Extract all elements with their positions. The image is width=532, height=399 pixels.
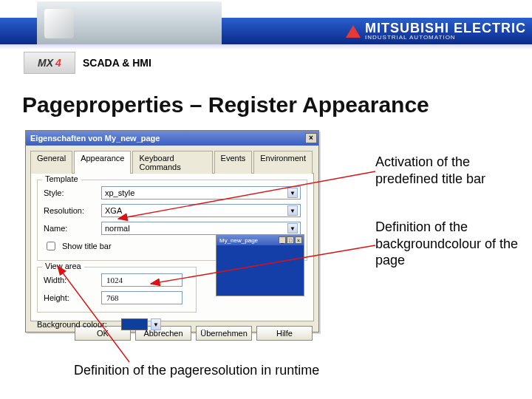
dialog-title: Eigenschaften von My_new_page: [30, 134, 160, 143]
header-photo: [37, 1, 222, 46]
preview-titlebar: My_new_page _□×: [216, 235, 304, 245]
brand-name: MITSUBISHI ELECTRIC: [365, 21, 526, 35]
page-preview: My_new_page _□×: [216, 234, 304, 296]
mitsubishi-triangle-icon: [346, 25, 361, 38]
view-area-group: View area Width: Height:: [37, 267, 197, 313]
style-value: xp_style: [105, 188, 134, 197]
mx4-logo-4: 4: [55, 57, 61, 69]
dialog-close-button[interactable]: ×: [305, 133, 317, 143]
show-title-bar-label: Show title bar: [62, 242, 112, 250]
resolution-value: XGA: [105, 206, 122, 215]
chevron-down-icon: ▼: [287, 205, 298, 216]
dialog-titlebar[interactable]: Eigenschaften von My_new_page ×: [26, 131, 318, 146]
background-colour-row: Background colour: ▼: [37, 318, 307, 330]
height-input[interactable]: [105, 293, 180, 303]
subheader-title: SCADA & HMI: [83, 57, 151, 69]
height-label: Height:: [44, 293, 101, 302]
properties-dialog: Eigenschaften von My_new_page × General …: [25, 130, 319, 332]
subheader: MX4 SCADA & HMI: [24, 52, 151, 74]
show-title-bar-input[interactable]: [47, 242, 55, 250]
tab-events[interactable]: Events: [214, 151, 253, 174]
width-input[interactable]: [105, 275, 180, 285]
callout-resolution: Definition of the pageresolution in runt…: [74, 362, 340, 379]
tab-keyboard-commands[interactable]: Keyboard Commands: [132, 151, 212, 174]
dialog-tabs: General Appearance Keyboard Commands Eve…: [30, 150, 314, 174]
mx4-logo: MX4: [24, 52, 75, 74]
chevron-down-icon: ▼: [287, 188, 298, 198]
tab-environment[interactable]: Environment: [253, 151, 313, 174]
slide-header: MITSUBISHI ELECTRIC INDUSTRIAL AUTOMATIO…: [0, 0, 532, 47]
callout-title-bar: Activation of the predefined title bar: [375, 154, 523, 187]
style-combo[interactable]: xp_style▼: [101, 186, 301, 200]
width-field[interactable]: [101, 273, 183, 287]
brand-block: MITSUBISHI ELECTRIC INDUSTRIAL AUTOMATIO…: [346, 18, 526, 44]
page-title: Pageproperties – Register Appearance: [22, 92, 429, 117]
tab-general[interactable]: General: [30, 151, 72, 174]
name-label: Name:: [44, 224, 101, 233]
brand-subline: INDUSTRIAL AUTOMATION: [365, 35, 526, 41]
view-area-legend: View area: [42, 262, 84, 270]
bg-colour-swatch[interactable]: [121, 318, 148, 330]
name-combo[interactable]: normal▼: [101, 222, 301, 235]
bg-label: Background colour:: [37, 320, 118, 329]
callout-bg-colour: Definition of the backgroundcolour of th…: [375, 219, 523, 269]
preview-title: My_new_page: [219, 237, 258, 244]
bg-colour-dropdown[interactable]: ▼: [151, 318, 161, 330]
resolution-combo[interactable]: XGA▼: [101, 204, 301, 217]
chevron-down-icon: ▼: [287, 223, 298, 233]
resolution-label: Resolution:: [44, 206, 101, 215]
tab-appearance[interactable]: Appearance: [74, 151, 131, 174]
name-value: normal: [105, 224, 130, 233]
height-field[interactable]: [101, 291, 183, 304]
header-divider: [0, 44, 532, 50]
preview-window-controls: _□×: [278, 236, 302, 244]
tab-body-appearance: Template Style: xp_style▼ Resolution: XG…: [30, 174, 314, 321]
mx4-logo-mx: MX: [38, 57, 53, 69]
close-icon: ×: [309, 134, 313, 142]
width-label: Width:: [44, 276, 101, 284]
style-label: Style:: [44, 188, 101, 197]
template-group-legend: Template: [42, 174, 81, 183]
